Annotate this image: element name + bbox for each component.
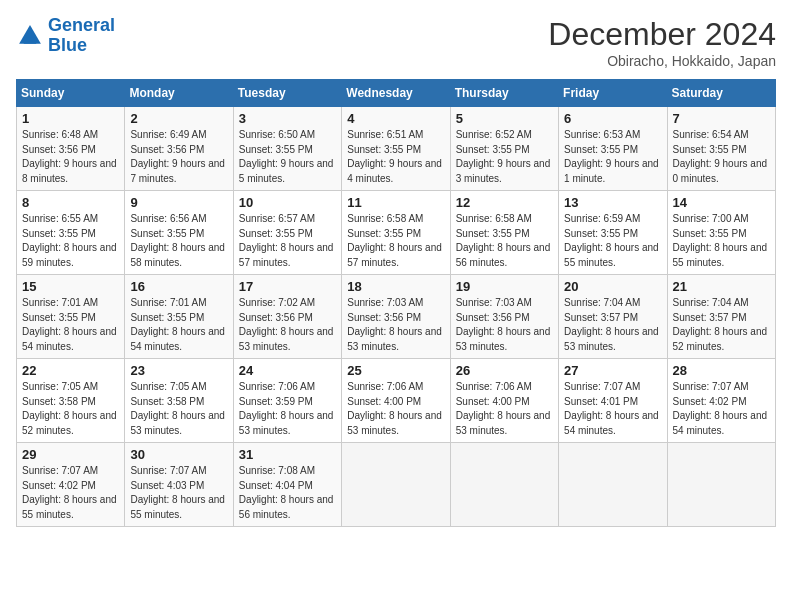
day-number: 19 [456,279,553,294]
day-detail: Sunrise: 7:04 AM Sunset: 3:57 PM Dayligh… [564,296,661,354]
calendar-cell: 14 Sunrise: 7:00 AM Sunset: 3:55 PM Dayl… [667,191,775,275]
calendar-cell: 5 Sunrise: 6:52 AM Sunset: 3:55 PM Dayli… [450,107,558,191]
day-number: 25 [347,363,444,378]
calendar-body: 1 Sunrise: 6:48 AM Sunset: 3:56 PM Dayli… [17,107,776,527]
day-number: 4 [347,111,444,126]
page-header: General Blue December 2024 Obiracho, Hok… [16,16,776,69]
day-number: 14 [673,195,770,210]
day-detail: Sunrise: 7:05 AM Sunset: 3:58 PM Dayligh… [22,380,119,438]
calendar-cell: 29 Sunrise: 7:07 AM Sunset: 4:02 PM Dayl… [17,443,125,527]
day-number: 24 [239,363,336,378]
calendar-week-5: 29 Sunrise: 7:07 AM Sunset: 4:02 PM Dayl… [17,443,776,527]
calendar-cell: 7 Sunrise: 6:54 AM Sunset: 3:55 PM Dayli… [667,107,775,191]
day-detail: Sunrise: 7:07 AM Sunset: 4:01 PM Dayligh… [564,380,661,438]
calendar-cell [559,443,667,527]
weekday-header-wednesday: Wednesday [342,80,450,107]
day-number: 26 [456,363,553,378]
weekday-header-tuesday: Tuesday [233,80,341,107]
day-number: 27 [564,363,661,378]
calendar-cell: 25 Sunrise: 7:06 AM Sunset: 4:00 PM Dayl… [342,359,450,443]
calendar-week-1: 1 Sunrise: 6:48 AM Sunset: 3:56 PM Dayli… [17,107,776,191]
day-number: 15 [22,279,119,294]
calendar-cell: 8 Sunrise: 6:55 AM Sunset: 3:55 PM Dayli… [17,191,125,275]
day-number: 16 [130,279,227,294]
calendar-cell: 12 Sunrise: 6:58 AM Sunset: 3:55 PM Dayl… [450,191,558,275]
day-number: 2 [130,111,227,126]
day-number: 5 [456,111,553,126]
logo: General Blue [16,16,115,56]
calendar-cell: 17 Sunrise: 7:02 AM Sunset: 3:56 PM Dayl… [233,275,341,359]
calendar-cell: 27 Sunrise: 7:07 AM Sunset: 4:01 PM Dayl… [559,359,667,443]
calendar-cell: 6 Sunrise: 6:53 AM Sunset: 3:55 PM Dayli… [559,107,667,191]
calendar-cell: 31 Sunrise: 7:08 AM Sunset: 4:04 PM Dayl… [233,443,341,527]
day-detail: Sunrise: 6:54 AM Sunset: 3:55 PM Dayligh… [673,128,770,186]
weekday-header-monday: Monday [125,80,233,107]
day-detail: Sunrise: 6:55 AM Sunset: 3:55 PM Dayligh… [22,212,119,270]
day-number: 7 [673,111,770,126]
svg-rect-1 [24,37,36,43]
day-number: 12 [456,195,553,210]
weekday-header-saturday: Saturday [667,80,775,107]
day-number: 22 [22,363,119,378]
day-detail: Sunrise: 6:51 AM Sunset: 3:55 PM Dayligh… [347,128,444,186]
day-detail: Sunrise: 7:03 AM Sunset: 3:56 PM Dayligh… [456,296,553,354]
day-number: 9 [130,195,227,210]
calendar-cell: 19 Sunrise: 7:03 AM Sunset: 3:56 PM Dayl… [450,275,558,359]
calendar-cell: 15 Sunrise: 7:01 AM Sunset: 3:55 PM Dayl… [17,275,125,359]
day-detail: Sunrise: 6:48 AM Sunset: 3:56 PM Dayligh… [22,128,119,186]
day-detail: Sunrise: 6:49 AM Sunset: 3:56 PM Dayligh… [130,128,227,186]
calendar-cell: 23 Sunrise: 7:05 AM Sunset: 3:58 PM Dayl… [125,359,233,443]
day-detail: Sunrise: 7:06 AM Sunset: 4:00 PM Dayligh… [456,380,553,438]
day-detail: Sunrise: 7:07 AM Sunset: 4:02 PM Dayligh… [673,380,770,438]
day-detail: Sunrise: 7:06 AM Sunset: 4:00 PM Dayligh… [347,380,444,438]
day-detail: Sunrise: 7:08 AM Sunset: 4:04 PM Dayligh… [239,464,336,522]
day-detail: Sunrise: 7:01 AM Sunset: 3:55 PM Dayligh… [130,296,227,354]
weekday-header-row: SundayMondayTuesdayWednesdayThursdayFrid… [17,80,776,107]
day-detail: Sunrise: 6:57 AM Sunset: 3:55 PM Dayligh… [239,212,336,270]
location-subtitle: Obiracho, Hokkaido, Japan [548,53,776,69]
day-number: 1 [22,111,119,126]
day-detail: Sunrise: 7:05 AM Sunset: 3:58 PM Dayligh… [130,380,227,438]
day-number: 21 [673,279,770,294]
day-detail: Sunrise: 6:56 AM Sunset: 3:55 PM Dayligh… [130,212,227,270]
day-number: 23 [130,363,227,378]
logo-icon [16,22,44,50]
day-number: 11 [347,195,444,210]
calendar-cell: 2 Sunrise: 6:49 AM Sunset: 3:56 PM Dayli… [125,107,233,191]
calendar-cell: 21 Sunrise: 7:04 AM Sunset: 3:57 PM Dayl… [667,275,775,359]
calendar-cell: 4 Sunrise: 6:51 AM Sunset: 3:55 PM Dayli… [342,107,450,191]
day-number: 10 [239,195,336,210]
day-number: 29 [22,447,119,462]
day-detail: Sunrise: 7:07 AM Sunset: 4:02 PM Dayligh… [22,464,119,522]
calendar-week-2: 8 Sunrise: 6:55 AM Sunset: 3:55 PM Dayli… [17,191,776,275]
month-title: December 2024 [548,16,776,53]
day-number: 8 [22,195,119,210]
weekday-header-friday: Friday [559,80,667,107]
weekday-header-thursday: Thursday [450,80,558,107]
calendar-cell: 18 Sunrise: 7:03 AM Sunset: 3:56 PM Dayl… [342,275,450,359]
calendar-cell: 24 Sunrise: 7:06 AM Sunset: 3:59 PM Dayl… [233,359,341,443]
calendar-week-4: 22 Sunrise: 7:05 AM Sunset: 3:58 PM Dayl… [17,359,776,443]
calendar-cell: 26 Sunrise: 7:06 AM Sunset: 4:00 PM Dayl… [450,359,558,443]
title-block: December 2024 Obiracho, Hokkaido, Japan [548,16,776,69]
calendar-cell: 22 Sunrise: 7:05 AM Sunset: 3:58 PM Dayl… [17,359,125,443]
day-number: 31 [239,447,336,462]
calendar-table: SundayMondayTuesdayWednesdayThursdayFrid… [16,79,776,527]
day-number: 18 [347,279,444,294]
calendar-cell: 11 Sunrise: 6:58 AM Sunset: 3:55 PM Dayl… [342,191,450,275]
calendar-cell: 13 Sunrise: 6:59 AM Sunset: 3:55 PM Dayl… [559,191,667,275]
calendar-cell: 10 Sunrise: 6:57 AM Sunset: 3:55 PM Dayl… [233,191,341,275]
day-detail: Sunrise: 6:58 AM Sunset: 3:55 PM Dayligh… [456,212,553,270]
calendar-cell: 28 Sunrise: 7:07 AM Sunset: 4:02 PM Dayl… [667,359,775,443]
calendar-week-3: 15 Sunrise: 7:01 AM Sunset: 3:55 PM Dayl… [17,275,776,359]
calendar-cell [450,443,558,527]
day-number: 3 [239,111,336,126]
day-number: 30 [130,447,227,462]
day-detail: Sunrise: 7:02 AM Sunset: 3:56 PM Dayligh… [239,296,336,354]
calendar-cell: 30 Sunrise: 7:07 AM Sunset: 4:03 PM Dayl… [125,443,233,527]
day-detail: Sunrise: 7:07 AM Sunset: 4:03 PM Dayligh… [130,464,227,522]
day-number: 13 [564,195,661,210]
day-detail: Sunrise: 7:01 AM Sunset: 3:55 PM Dayligh… [22,296,119,354]
calendar-cell: 16 Sunrise: 7:01 AM Sunset: 3:55 PM Dayl… [125,275,233,359]
day-detail: Sunrise: 7:03 AM Sunset: 3:56 PM Dayligh… [347,296,444,354]
